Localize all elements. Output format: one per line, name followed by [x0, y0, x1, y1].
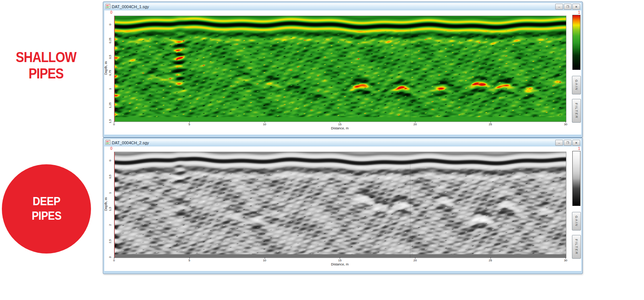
axis-tick: 1: [108, 88, 112, 90]
minimize-button[interactable]: –: [555, 4, 563, 10]
radargram-plot[interactable]: [114, 152, 566, 258]
axis-tick: 5: [188, 123, 190, 126]
axis-tick: 1,25: [108, 102, 112, 108]
axis-tick: 15: [338, 259, 342, 262]
filter-button[interactable]: FILTER: [572, 235, 581, 259]
restore-button[interactable]: ❐: [564, 140, 572, 146]
window-title: DAT_0004CH_1.sgy: [112, 4, 149, 9]
axis-tick: 25: [489, 259, 492, 262]
axis-tick: 1: [108, 192, 112, 193]
axis-tick: 2: [108, 224, 112, 226]
filter-button[interactable]: FILTER: [572, 99, 581, 123]
color-scale-bar: [572, 15, 580, 70]
close-button[interactable]: ✕: [572, 140, 580, 146]
window-client: 0 1 Depth, m 00,511,522,53 051015202530 …: [104, 146, 581, 271]
color-scale-canvas: [573, 151, 580, 206]
axis-tick: 1,5: [108, 119, 112, 123]
amplitude-scale-max: 1: [578, 10, 580, 14]
amplitude-scale-max: 1: [578, 146, 580, 151]
distance-axis-label: Distance, m: [114, 126, 566, 130]
window-client: 0 1 Depth, m 00,250,50,7511,251,5 051015…: [104, 10, 581, 135]
radargram-plot[interactable]: [114, 16, 566, 122]
axis-tick: 2,5: [108, 239, 112, 243]
restore-button[interactable]: ❐: [564, 4, 572, 10]
axis-tick: 0,5: [108, 175, 112, 179]
depth-axis-ticks: 00,511,522,53: [107, 161, 113, 257]
titlebar[interactable]: DAT_0004CH_2.sgy – ❐ ✕: [104, 139, 581, 146]
axis-tick: 10: [263, 259, 266, 262]
deep-pipes-line1: DEEP: [33, 194, 60, 209]
amplitude-scale-min: 0: [110, 146, 113, 151]
axis-tick: 0: [113, 259, 115, 262]
axis-tick: 0,5: [108, 55, 112, 59]
color-scale-canvas: [573, 15, 580, 70]
window-dat-0004ch-1: DAT_0004CH_1.sgy – ❐ ✕ 0 1 Depth, m 00,2…: [103, 1, 583, 138]
window-dat-0004ch-2: DAT_0004CH_2.sgy – ❐ ✕ 0 1 Depth, m 00,5…: [103, 138, 583, 274]
axis-tick: 0,25: [108, 38, 112, 44]
app-icon: [105, 139, 110, 146]
window-title: DAT_0004CH_2.sgy: [112, 141, 149, 145]
radargram-canvas-shallow[interactable]: [114, 16, 566, 122]
axis-tick: 30: [564, 259, 567, 262]
distance-axis-label: Distance, m: [114, 262, 566, 266]
gain-button[interactable]: GAIN: [572, 212, 581, 230]
axis-tick: 15: [338, 123, 342, 126]
axis-tick: 20: [413, 123, 417, 126]
amplitude-scale-min: 0: [110, 10, 113, 14]
deep-pipes-badge: DEEP PIPES: [2, 164, 91, 254]
axis-tick: 0: [108, 160, 112, 161]
titlebar[interactable]: DAT_0004CH_1.sgy – ❐ ✕: [104, 3, 581, 10]
axis-tick: 30: [564, 123, 567, 126]
axis-tick: 10: [263, 123, 266, 126]
close-button[interactable]: ✕: [572, 4, 580, 10]
shallow-pipes-line1: SHALLOW: [10, 49, 82, 65]
axis-tick: 3: [108, 257, 112, 258]
axis-tick: 20: [413, 259, 417, 262]
stage: { "annotations": { "shallow": { "line1":…: [0, 0, 644, 300]
axis-tick: 0: [113, 123, 115, 126]
axis-tick: 5: [188, 259, 190, 262]
shallow-pipes-label: SHALLOW PIPES: [10, 49, 82, 82]
axis-tick: 1,5: [108, 207, 112, 211]
minimize-button[interactable]: –: [555, 140, 563, 146]
distance-axis-ticks: 051015202530: [114, 258, 566, 262]
shallow-pipes-line2: PIPES: [10, 65, 82, 82]
app-icon: [105, 3, 110, 10]
deep-pipes-line2: PIPES: [32, 209, 61, 223]
gain-button[interactable]: GAIN: [572, 76, 581, 94]
axis-tick: 25: [489, 123, 492, 126]
depth-axis-ticks: 00,250,50,7511,251,5: [107, 25, 113, 121]
axis-tick: 0: [108, 24, 112, 25]
radargram-canvas-deep[interactable]: [114, 152, 566, 258]
distance-axis-ticks: 051015202530: [114, 122, 566, 126]
color-scale-bar: [572, 151, 580, 206]
axis-tick: 0,75: [108, 70, 112, 76]
